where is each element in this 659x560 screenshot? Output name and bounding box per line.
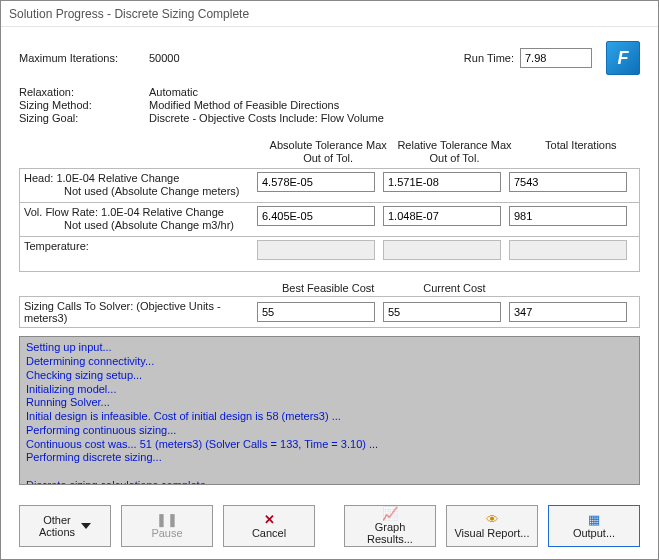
tolerance-desc-main: Vol. Flow Rate: 1.0E-04 Relative Change: [24, 206, 257, 219]
run-time-label: Run Time:: [464, 52, 514, 64]
visual-report-button[interactable]: 👁 Visual Report...: [446, 505, 538, 547]
pause-icon: ❚❚: [156, 513, 178, 526]
graph-results-button[interactable]: 📈 Graph Results...: [344, 505, 436, 547]
pause-button: ❚❚ Pause: [121, 505, 213, 547]
max-iterations-value: 50000: [149, 52, 229, 64]
tolerance-row-temperature: Temperature:: [20, 237, 639, 271]
abs-tol-field[interactable]: [257, 206, 375, 226]
dropdown-triangle-icon: [81, 523, 91, 529]
col-header-total: Total Iterations: [522, 139, 640, 164]
button-row: Other Actions ❚❚ Pause ✕ Cancel 📈 Graph …: [1, 495, 658, 559]
run-time-field[interactable]: [520, 48, 592, 68]
rel-tol-field[interactable]: [383, 172, 501, 192]
total-iter-field[interactable]: [509, 172, 627, 192]
tolerance-desc: Temperature:: [24, 240, 257, 253]
grid-icon: ▦: [588, 513, 600, 526]
tolerance-desc-main: Temperature:: [24, 240, 257, 253]
solver-log[interactable]: Setting up input... Determining connecti…: [19, 336, 640, 485]
run-time-group: Run Time: F: [464, 41, 640, 75]
top-row: Maximum Iterations: 50000 Run Time: F: [19, 41, 640, 75]
relaxation-label: Relaxation:: [19, 86, 149, 98]
pause-label: Pause: [151, 527, 182, 539]
window-title: Solution Progress - Discrete Sizing Comp…: [1, 1, 658, 27]
tolerance-header: Absolute Tolerance Max Out of Tol. Relat…: [19, 139, 640, 164]
current-cost-field[interactable]: [383, 302, 501, 322]
relaxation-value: Automatic: [149, 86, 198, 98]
app-logo-icon: F: [606, 41, 640, 75]
eye-icon: 👁: [486, 513, 499, 526]
sizing-goal-value: Discrete - Objective Costs Include: Flow…: [149, 112, 384, 124]
solution-progress-window: Solution Progress - Discrete Sizing Comp…: [0, 0, 659, 560]
sizing-method-value: Modified Method of Feasible Directions: [149, 99, 339, 111]
rel-tol-field[interactable]: [383, 206, 501, 226]
tolerance-desc: Head: 1.0E-04 Relative Change Not used (…: [24, 172, 257, 198]
col-header-absolute: Absolute Tolerance Max Out of Tol.: [269, 139, 387, 164]
visual-label: Visual Report...: [454, 527, 529, 539]
cost-header: Best Feasible Cost Current Cost: [19, 282, 640, 294]
total-iter-field: [509, 240, 627, 260]
button-spacer: [325, 505, 334, 547]
best-cost-field[interactable]: [257, 302, 375, 322]
abs-tol-field[interactable]: [257, 172, 375, 192]
cancel-label: Cancel: [252, 527, 286, 539]
info-block: Relaxation: Automatic Sizing Method: Mod…: [19, 85, 640, 125]
output-button[interactable]: ▦ Output...: [548, 505, 640, 547]
total-iter-field[interactable]: [509, 206, 627, 226]
cost-desc: Sizing Calls To Solver: (Objective Units…: [24, 300, 257, 324]
output-label: Output...: [573, 527, 615, 539]
tolerance-desc-main: Head: 1.0E-04 Relative Change: [24, 172, 257, 185]
tolerance-row-head: Head: 1.0E-04 Relative Change Not used (…: [20, 169, 639, 203]
other-actions-label: Other Actions: [39, 514, 75, 538]
col-header-blank: [522, 282, 640, 294]
graph-label: Graph Results...: [351, 521, 429, 545]
tolerance-row-flow: Vol. Flow Rate: 1.0E-04 Relative Change …: [20, 203, 639, 237]
cancel-icon: ✕: [264, 513, 275, 526]
graph-icon: 📈: [382, 507, 398, 520]
col-header-current-cost: Current Cost: [395, 282, 513, 294]
col-header-best-cost: Best Feasible Cost: [269, 282, 387, 294]
tolerance-desc-sub: Not used (Absolute Change meters): [24, 185, 257, 198]
other-actions-button[interactable]: Other Actions: [19, 505, 111, 547]
max-iterations-label: Maximum Iterations:: [19, 52, 149, 64]
calls-field[interactable]: [509, 302, 627, 322]
rel-tol-field: [383, 240, 501, 260]
sizing-goal-label: Sizing Goal:: [19, 112, 149, 124]
tolerance-desc: Vol. Flow Rate: 1.0E-04 Relative Change …: [24, 206, 257, 232]
tolerance-desc-sub: Not used (Absolute Change m3/hr): [24, 219, 257, 232]
cancel-button[interactable]: ✕ Cancel: [223, 505, 315, 547]
sizing-method-label: Sizing Method:: [19, 99, 149, 111]
abs-tol-field: [257, 240, 375, 260]
tolerance-group: Head: 1.0E-04 Relative Change Not used (…: [19, 168, 640, 272]
cost-row: Sizing Calls To Solver: (Objective Units…: [19, 296, 640, 328]
content-area: Maximum Iterations: 50000 Run Time: F Re…: [1, 27, 658, 495]
col-header-relative: Relative Tolerance Max Out of Tol.: [395, 139, 513, 164]
